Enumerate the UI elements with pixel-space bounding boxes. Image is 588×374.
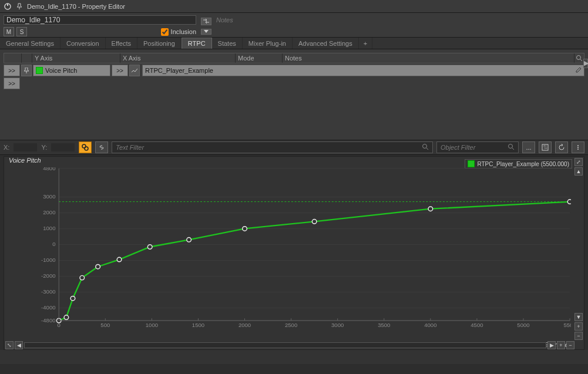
yaxis-value: Voice Pitch xyxy=(45,67,77,74)
svg-text:1500: 1500 xyxy=(192,322,204,328)
tab-conversion[interactable]: Conversion xyxy=(61,38,106,49)
tab-effects[interactable]: Effects xyxy=(106,38,137,49)
svg-text:4500: 4500 xyxy=(471,322,483,328)
edit-icon[interactable] xyxy=(576,67,582,74)
xaxis-cell[interactable]: RTPC_Player_Example xyxy=(142,65,584,76)
object-name-input[interactable] xyxy=(4,15,196,25)
search-icon[interactable] xyxy=(422,143,429,151)
svg-text:3000: 3000 xyxy=(331,322,344,328)
svg-point-64 xyxy=(96,264,100,269)
undo-button[interactable] xyxy=(555,141,568,153)
svg-text:-3000: -3000 xyxy=(41,288,55,295)
header-notes[interactable]: Notes xyxy=(283,53,574,63)
more-button[interactable]: ... xyxy=(522,141,535,153)
solo-button[interactable]: S xyxy=(16,27,27,36)
h-scrollbar[interactable] xyxy=(24,342,546,348)
gameparam-icon xyxy=(129,65,140,76)
svg-point-2 xyxy=(577,56,581,60)
svg-text:2500: 2500 xyxy=(285,322,297,328)
search-icon[interactable] xyxy=(508,143,515,151)
svg-text:3500: 3500 xyxy=(378,322,390,328)
yaxis-cell[interactable]: Voice Pitch xyxy=(33,65,110,76)
sync-button[interactable]: ⇅ xyxy=(539,141,552,153)
svg-line-9 xyxy=(512,148,514,150)
legend-swatch-icon xyxy=(468,160,475,167)
tab-states[interactable]: States xyxy=(212,38,243,49)
zoom-fit-y-button[interactable]: ⤢ xyxy=(574,158,583,166)
svg-point-12 xyxy=(577,145,579,146)
plot-y-title: Voice Pitch xyxy=(9,157,41,164)
svg-text:3000: 3000 xyxy=(43,193,55,200)
tab-positioning[interactable]: Positioning xyxy=(137,38,182,49)
plus-icon[interactable]: + xyxy=(574,322,583,331)
svg-point-8 xyxy=(509,144,513,149)
svg-text:4800: 4800 xyxy=(43,167,55,171)
window-title: Demo_Idle_1170 - Property Editor xyxy=(27,3,125,10)
expand-button-2[interactable]: >> xyxy=(4,78,20,89)
header-mode[interactable]: Mode xyxy=(236,53,283,63)
svg-line-3 xyxy=(580,59,582,61)
y-value-field[interactable] xyxy=(51,143,75,152)
svg-text:2000: 2000 xyxy=(43,209,55,215)
minus-icon[interactable]: − xyxy=(574,332,583,340)
plus-icon[interactable]: + xyxy=(557,341,565,349)
tab-rtpc[interactable]: RTPC xyxy=(182,38,212,49)
swap-button[interactable] xyxy=(201,18,211,25)
rtpc-row[interactable]: >> Voice Pitch >> RTPC_Player_Example xyxy=(4,65,584,76)
xaxis-value: RTPC_Player_Example xyxy=(145,67,213,74)
mute-button[interactable]: M xyxy=(4,27,14,36)
link-highlight-button[interactable] xyxy=(79,141,92,153)
svg-text:-4800: -4800 xyxy=(41,317,55,324)
x-label: X: xyxy=(4,144,9,151)
tab-mixer-plug-in[interactable]: Mixer Plug-in xyxy=(243,38,293,49)
rtpc-curve-plot[interactable]: Voice Pitch RTPC_Player_Example (5500.00… xyxy=(4,156,584,350)
minus-icon[interactable]: − xyxy=(566,341,574,349)
svg-rect-1 xyxy=(7,4,8,6)
tab-general-settings[interactable]: General Settings xyxy=(0,38,61,49)
svg-text:0: 0 xyxy=(52,241,55,247)
tab-advanced-settings[interactable]: Advanced Settings xyxy=(293,38,359,49)
dropdown-button[interactable] xyxy=(201,29,211,35)
svg-text:-4000: -4000 xyxy=(41,304,55,311)
zoom-fit-x-button[interactable]: ⤡ xyxy=(5,341,14,349)
arrow-up-icon[interactable]: ▲ xyxy=(574,167,583,176)
object-filter-input[interactable]: Object Filter xyxy=(436,141,519,153)
svg-point-69 xyxy=(312,220,317,224)
y-label: Y: xyxy=(41,144,47,151)
link-button[interactable] xyxy=(95,141,108,153)
header-xaxis[interactable]: X Axis xyxy=(120,53,236,63)
svg-text:4000: 4000 xyxy=(424,322,436,328)
svg-point-13 xyxy=(577,147,579,148)
expand-button[interactable]: >> xyxy=(4,65,20,76)
expand-x-button[interactable]: >> xyxy=(112,65,128,76)
arrow-down-icon[interactable]: ▼ xyxy=(574,313,583,321)
pin-header-icon[interactable] xyxy=(15,2,23,11)
notes-placeholder[interactable]: Notes xyxy=(216,16,233,23)
header-yaxis[interactable]: Y Axis xyxy=(32,53,120,63)
tab-add-button[interactable]: + xyxy=(359,38,372,49)
arrow-left-icon[interactable]: ◀ xyxy=(15,341,23,349)
svg-point-14 xyxy=(577,149,579,150)
svg-text:5500: 5500 xyxy=(563,322,571,328)
svg-text:5000: 5000 xyxy=(517,322,529,328)
svg-text:1000: 1000 xyxy=(43,225,55,231)
color-swatch-icon xyxy=(36,67,43,74)
app-icon xyxy=(4,2,12,11)
inclusion-checkbox[interactable]: Inclusion xyxy=(161,28,196,36)
menu-button[interactable] xyxy=(572,141,584,153)
x-value-field[interactable] xyxy=(13,143,38,152)
svg-text:-2000: -2000 xyxy=(41,272,55,279)
svg-point-61 xyxy=(64,315,69,320)
svg-line-7 xyxy=(426,148,428,150)
pin-icon[interactable] xyxy=(21,65,32,76)
svg-point-62 xyxy=(70,296,75,301)
svg-point-68 xyxy=(243,227,247,231)
svg-point-65 xyxy=(117,257,122,262)
svg-point-63 xyxy=(80,275,85,280)
text-filter-input[interactable]: Text Filter xyxy=(112,141,433,153)
arrow-right-icon[interactable]: ▶ xyxy=(547,341,556,349)
svg-text:1000: 1000 xyxy=(146,322,158,328)
side-arrow-icon[interactable]: ▶ xyxy=(583,59,588,68)
inclusion-label: Inclusion xyxy=(171,28,196,35)
search-icon[interactable] xyxy=(574,53,584,63)
